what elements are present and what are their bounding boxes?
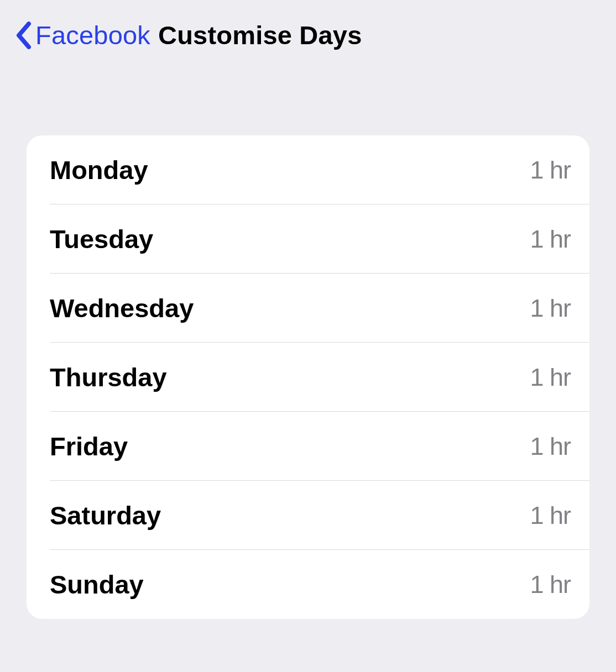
chevron-left-icon: [15, 22, 32, 49]
day-value: 1 hr: [530, 432, 571, 461]
day-label: Thursday: [50, 362, 167, 392]
day-label: Saturday: [50, 500, 161, 531]
day-row-monday[interactable]: Monday 1 hr: [27, 135, 589, 204]
day-label: Monday: [50, 155, 148, 185]
day-value: 1 hr: [530, 363, 571, 392]
back-label: Facebook: [35, 20, 150, 50]
day-value: 1 hr: [530, 225, 571, 254]
day-row-saturday[interactable]: Saturday 1 hr: [27, 481, 589, 550]
day-value: 1 hr: [530, 570, 571, 599]
day-row-thursday[interactable]: Thursday 1 hr: [27, 343, 589, 412]
day-row-wednesday[interactable]: Wednesday 1 hr: [27, 274, 589, 343]
day-label: Tuesday: [50, 224, 153, 254]
day-label: Friday: [50, 431, 128, 461]
page-title: Customise Days: [158, 20, 362, 50]
day-row-sunday[interactable]: Sunday 1 hr: [27, 550, 589, 619]
days-list: Monday 1 hr Tuesday 1 hr Wednesday 1 hr …: [27, 135, 589, 619]
day-row-tuesday[interactable]: Tuesday 1 hr: [27, 204, 589, 274]
navigation-bar: Facebook Customise Days: [0, 0, 616, 70]
day-value: 1 hr: [530, 156, 571, 185]
day-value: 1 hr: [530, 501, 571, 530]
day-label: Sunday: [50, 569, 144, 600]
day-value: 1 hr: [530, 294, 571, 323]
day-label: Wednesday: [50, 293, 194, 323]
day-row-friday[interactable]: Friday 1 hr: [27, 412, 589, 481]
back-button[interactable]: Facebook: [15, 20, 150, 50]
